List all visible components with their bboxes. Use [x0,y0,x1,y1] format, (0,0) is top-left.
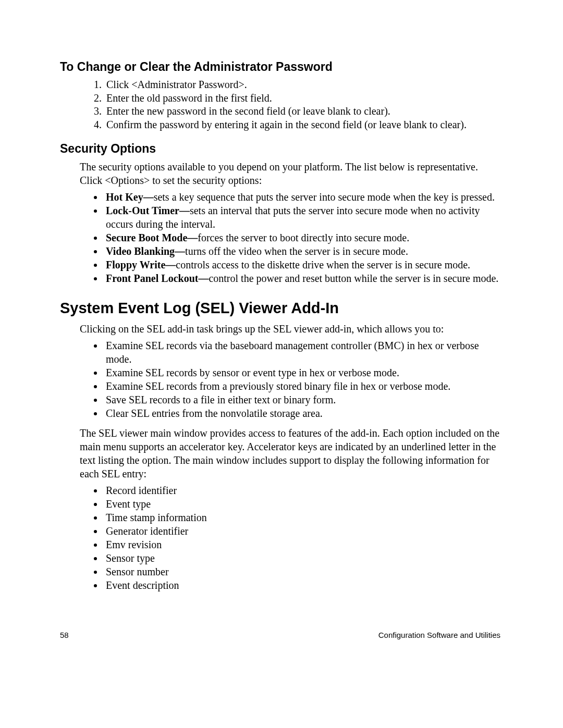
steps-change-admin-password: Click <Administrator Password>. Enter th… [60,78,500,131]
bullet-lead: Lock-Out Timer— [106,205,190,216]
list-item: Event description [104,578,500,592]
bullet-lead: Secure Boot Mode— [106,232,198,243]
bullets-security-options: Hot Key—sets a key sequence that puts th… [60,190,500,285]
list-item: Secure Boot Mode—forces the server to bo… [104,231,500,244]
list-item: Enter the old password in the first fiel… [104,92,500,105]
bullet-lead: Hot Key— [106,191,154,203]
bullet-lead: Front Panel Lockout— [106,273,209,284]
list-item: Enter the new password in the second fie… [104,105,500,118]
list-item: Examine SEL records from a previously st… [104,379,500,393]
list-item: Lock-Out Timer—sets an interval that put… [104,204,500,231]
list-item: Event type [104,497,500,511]
document-page: To Change or Clear the Administrator Pas… [0,0,563,728]
list-item: Record identifier [104,484,500,497]
bullets-sel-entry-fields: Record identifier Event type Time stamp … [60,484,500,592]
bullet-text: control the power and reset button while… [209,273,498,284]
bullet-lead: Video Blanking— [106,245,185,257]
list-item: Floppy Write—controls access to the disk… [104,258,500,272]
list-item: Time stamp information [104,511,500,524]
list-item: Front Panel Lockout—control the power an… [104,272,500,285]
list-item: Hot Key—sets a key sequence that puts th… [104,190,500,204]
paragraph-security-intro: The security options available to you de… [80,160,500,187]
list-item: Clear SEL entries from the nonvolatile s… [104,406,500,420]
list-item: Sensor number [104,565,500,578]
list-item: Examine SEL records by sensor or event t… [104,366,500,379]
paragraph-sel-intro: Clicking on the SEL add-in task brings u… [80,322,500,336]
list-item: Examine SEL records via the baseboard ma… [104,339,500,366]
list-item: Video Blanking—turns off the video when … [104,244,500,258]
bullets-sel-allows: Examine SEL records via the baseboard ma… [60,339,500,420]
bullet-text: turns off the video when the server is i… [185,245,408,257]
list-item: Confirm the password by entering it agai… [104,118,500,132]
page-footer: 58 Configuration Software and Utilities [60,631,500,639]
list-item: Emv revision [104,538,500,551]
page-number: 58 [60,631,69,639]
list-item: Save SEL records to a file in either tex… [104,393,500,406]
list-item: Sensor type [104,551,500,565]
heading-change-admin-password: To Change or Clear the Administrator Pas… [60,60,500,74]
bullet-text: sets a key sequence that puts the server… [154,191,495,203]
paragraph-sel-mainwindow: The SEL viewer main window provides acce… [80,426,500,480]
footer-title: Configuration Software and Utilities [378,631,500,639]
bullet-text: controls access to the diskette drive wh… [176,259,470,270]
heading-sel-viewer-addin: System Event Log (SEL) Viewer Add-In [60,300,500,317]
list-item: Generator identifier [104,524,500,538]
list-item: Click <Administrator Password>. [104,78,500,92]
bullet-lead: Floppy Write— [106,259,176,270]
bullet-text: forces the server to boot directly into … [198,232,409,243]
heading-security-options: Security Options [60,142,500,156]
